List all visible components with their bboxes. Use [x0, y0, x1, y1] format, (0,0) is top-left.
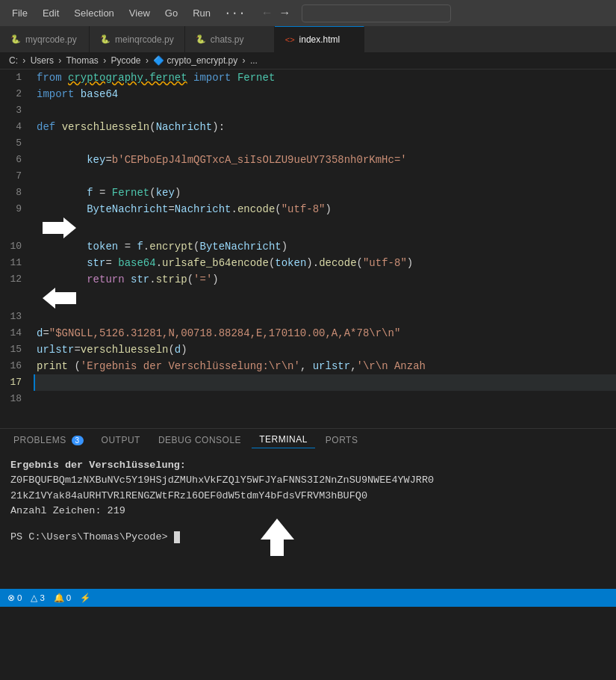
line-number-3: 3: [0, 102, 34, 119]
terminal-line-2: Z0FBQUFBQm1zNXBuNVc5Y19HSjdZMUhxVkFZQlY5…: [10, 473, 606, 488]
line-number-10: 10: [0, 238, 34, 255]
menu-file[interactable]: File: [6, 4, 34, 22]
tab-debug-console[interactable]: DEBUG CONSOLE: [151, 432, 249, 448]
code-line-8: 8 f = Fernet(key): [0, 185, 616, 201]
terminal-prompt: PS C:\Users\Thomas\Pycode>: [10, 530, 168, 545]
tab-index-html[interactable]: <> index.html: [275, 26, 364, 52]
line-content-10: token = f.encrypt(ByteNachricht): [34, 238, 616, 255]
code-line-13: 13: [0, 309, 616, 325]
menu-view[interactable]: View: [123, 4, 156, 22]
code-line-16: 16 print ('Ergebnis der Verschlüsselung:…: [0, 358, 616, 374]
nav-arrows: ← →: [259, 5, 293, 22]
tab-label-index: index.html: [299, 34, 340, 45]
tab-terminal[interactable]: TERMINAL: [252, 431, 315, 448]
line-number-14: 14: [0, 325, 34, 341]
code-line-12: 12 return str.strip('='): [0, 271, 616, 309]
status-lightning[interactable]: ⚡: [80, 593, 90, 603]
status-bar: ⊗ 0 △ 3 🔔 0 ⚡: [0, 589, 616, 607]
line-content-11: str= base64.urlsafe_b64encode(token).dec…: [34, 255, 616, 271]
lightning-icon: ⚡: [80, 593, 90, 603]
tab-label-meinqrcode: meinqrcode.py: [115, 34, 174, 45]
line-number-6: 6: [0, 152, 34, 168]
code-line-1: 1 from cryptography.fernet import Fernet: [0, 69, 616, 86]
menu-go[interactable]: Go: [159, 4, 184, 22]
breadcrumb-text: C: › Users › Thomas › Pycode › 🔷 crypto_…: [9, 55, 258, 66]
error-icon: ⊗: [7, 593, 15, 603]
line-number-18: 18: [0, 391, 34, 407]
line-number-17: 17: [0, 374, 34, 391]
code-line-15: 15 urlstr=verschluesseln(d): [0, 341, 616, 358]
menu-run[interactable]: Run: [187, 4, 217, 22]
line-content-17: [34, 374, 616, 391]
bell-count: 0: [66, 593, 71, 602]
menu-bar: File Edit Selection View Go Run ··· ← →: [0, 0, 616, 26]
menu-more[interactable]: ···: [220, 4, 250, 23]
tab-myqrcode[interactable]: 🐍 myqrcode.py: [0, 26, 90, 52]
line-number-12: 12: [0, 271, 34, 309]
code-line-7: 7: [0, 168, 616, 185]
tab-label-chats: chats.py: [211, 34, 244, 45]
code-line-4: 4 def verschluesseln(Nachricht):: [0, 119, 616, 135]
line-number-1: 1: [0, 69, 34, 86]
menu-selection[interactable]: Selection: [68, 4, 119, 22]
status-warnings[interactable]: △ 3: [31, 593, 44, 603]
tab-meinqrcode[interactable]: 🐍 meinqrcode.py: [90, 26, 185, 52]
line-number-13: 13: [0, 309, 34, 325]
line-content-3: [34, 102, 616, 119]
tab-ports[interactable]: PORTS: [318, 432, 366, 448]
html-icon: <>: [285, 35, 295, 44]
py-icon-2: 🐍: [100, 34, 111, 44]
bell-icon: 🔔: [54, 593, 64, 603]
terminal-cursor: [174, 531, 180, 543]
forward-arrow[interactable]: →: [276, 5, 293, 22]
tab-chats[interactable]: 🐍 chats.py: [185, 26, 275, 52]
code-line-10: 10 token = f.encrypt(ByteNachricht): [0, 238, 616, 255]
terminal-prompt-line: PS C:\Users\Thomas\Pycode>: [10, 519, 606, 556]
line-content-13: [34, 309, 616, 325]
bottom-tabs: PROBLEMS 3 OUTPUT DEBUG CONSOLE TERMINAL…: [0, 428, 616, 451]
tab-label-myqrcode: myqrcode.py: [25, 34, 77, 45]
line-content-5: [34, 135, 616, 152]
code-line-5: 5: [0, 135, 616, 152]
code-line-6: 6 key=b'CEPboEpJ4lmQGTxcA_siIsOLZU9ueUY7…: [0, 152, 616, 168]
line-content-15: urlstr=verschluesseln(d): [34, 341, 616, 358]
line-content-16: print ('Ergebnis der Verschlüsselung:\r\…: [34, 358, 616, 374]
terminal-panel[interactable]: Ergebnis der Verschlüsselung: Z0FBQUFBQm…: [0, 451, 616, 589]
back-arrow[interactable]: ←: [259, 5, 276, 22]
py-icon: 🐍: [10, 34, 21, 44]
line-content-7: [34, 168, 616, 185]
line-number-16: 16: [0, 358, 34, 374]
code-line-11: 11 str= base64.urlsafe_b64encode(token).…: [0, 255, 616, 271]
code-editor: 1 from cryptography.fernet import Fernet…: [0, 69, 616, 428]
line-content-6: key=b'CEPboEpJ4lmQGTxcA_siIsOLZU9ueUY735…: [34, 152, 616, 168]
line-content-14: d="$GNGLL,5126.31281,N,00718.88284,E,170…: [34, 325, 616, 341]
py-icon-3: 🐍: [196, 34, 206, 44]
line-number-15: 15: [0, 341, 34, 358]
line-content-9: ByteNachricht=Nachricht.encode("utf-8"): [34, 201, 616, 238]
svg-marker-0: [43, 217, 76, 238]
line-content-4: def verschluesseln(Nachricht):: [34, 119, 616, 135]
search-input[interactable]: [302, 4, 451, 22]
warning-icon: △: [31, 593, 37, 603]
line-number-9: 9: [0, 201, 34, 238]
up-arrow: [261, 519, 294, 556]
tab-output[interactable]: OUTPUT: [94, 432, 148, 448]
line-content-18: [34, 391, 616, 407]
breadcrumb: C: › Users › Thomas › Pycode › 🔷 crypto_…: [0, 52, 616, 69]
line-number-8: 8: [0, 185, 34, 201]
svg-marker-1: [43, 288, 76, 309]
tabs-bar: 🐍 myqrcode.py 🐍 meinqrcode.py 🐍 chats.py…: [0, 26, 616, 52]
menu-edit[interactable]: Edit: [37, 4, 65, 22]
status-errors[interactable]: ⊗ 0: [7, 593, 22, 603]
code-area[interactable]: 1 from cryptography.fernet import Fernet…: [0, 69, 616, 428]
status-bell[interactable]: 🔔 0: [54, 593, 71, 603]
warning-count: 3: [40, 593, 44, 602]
line-number-5: 5: [0, 135, 34, 152]
line-content-12: return str.strip('='): [34, 271, 616, 309]
code-line-3: 3: [0, 102, 616, 119]
tab-problems[interactable]: PROBLEMS 3: [6, 432, 91, 448]
terminal-line-1: Ergebnis der Verschlüsselung:: [10, 458, 606, 473]
code-line-14: 14 d="$GNGLL,5126.31281,N,00718.88284,E,…: [0, 325, 616, 341]
code-line-17: 17: [0, 374, 616, 391]
svg-marker-2: [261, 519, 294, 556]
